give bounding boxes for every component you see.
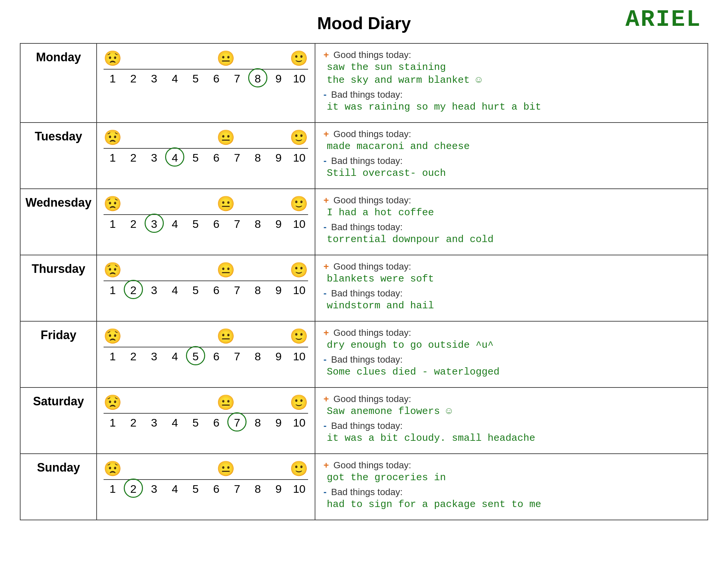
notes-cell: + Good things today:made macaroni and ch… xyxy=(315,122,708,189)
scale-number: 10 xyxy=(290,72,308,85)
good-text: blankets were soft xyxy=(327,272,700,286)
scale-number: 8 xyxy=(249,72,267,85)
score-circle xyxy=(165,147,184,166)
scale-numbers: 12345678910 xyxy=(104,214,308,230)
page-title: Mood Diary xyxy=(20,13,708,33)
neutral-face-icon: 😐 xyxy=(217,129,235,146)
score-circle xyxy=(145,213,164,233)
happy-face-icon: 🙂 xyxy=(290,460,308,477)
table-row: Sunday😟😐🙂12345678910+ Good things today:… xyxy=(20,454,708,520)
scale-number: 5 xyxy=(187,350,205,363)
good-section: + Good things today:made macaroni and ch… xyxy=(323,129,700,153)
scale-number: 4 xyxy=(166,350,184,363)
scale-number: 7 xyxy=(228,284,246,297)
bad-label: - Bad things today: xyxy=(323,288,700,299)
table-row: Monday😟😐🙂12345678910+ Good things today:… xyxy=(20,43,708,122)
day-label: Saturday xyxy=(20,388,97,454)
good-label: + Good things today: xyxy=(323,460,700,471)
good-text: I had a hot coffee xyxy=(327,206,700,219)
scale-number: 8 xyxy=(249,284,267,297)
scale-number: 9 xyxy=(270,217,288,230)
neutral-face-icon: 😐 xyxy=(217,394,235,411)
good-text: got the groceries in xyxy=(327,471,700,484)
scale-number: 1 xyxy=(104,217,121,230)
scale-number: 4 xyxy=(166,151,184,164)
scale-number: 2 xyxy=(124,151,142,164)
good-label: + Good things today: xyxy=(323,394,700,404)
good-section: + Good things today:Saw anemone flowers … xyxy=(323,394,700,418)
scale-number: 3 xyxy=(145,483,163,495)
scale-number: 8 xyxy=(249,151,267,164)
bad-label: - Bad things today: xyxy=(323,222,700,232)
scale-cell: 😟😐🙂12345678910 xyxy=(97,321,315,388)
happy-face-icon: 🙂 xyxy=(290,129,308,146)
scale-number: 8 xyxy=(249,483,267,495)
scale-number: 7 xyxy=(228,416,246,429)
good-section: + Good things today:dry enough to go out… xyxy=(323,328,700,352)
notes-cell: + Good things today:got the groceries in… xyxy=(315,454,708,520)
bad-section: - Bad things today:it was a bit cloudy. … xyxy=(323,421,700,445)
bad-text: it was raining so my head hurt a bit xyxy=(327,101,700,114)
score-circle xyxy=(124,479,143,498)
good-section: + Good things today:saw the sun staining… xyxy=(323,50,700,87)
scale-cell: 😟😐🙂12345678910 xyxy=(97,388,315,454)
scale-number: 1 xyxy=(104,350,121,363)
bad-text: windstorm and hail xyxy=(327,300,700,312)
bad-text: Some clues died - waterlogged xyxy=(327,366,700,379)
score-circle xyxy=(248,68,267,87)
scale-number: 10 xyxy=(290,151,308,164)
good-text: dry enough to go outside ^u^ xyxy=(327,339,700,352)
table-row: Wednesday😟😐🙂12345678910+ Good things tod… xyxy=(20,189,708,255)
happy-face-icon: 🙂 xyxy=(290,261,308,278)
table-row: Friday😟😐🙂12345678910+ Good things today:… xyxy=(20,321,708,388)
scale-number: 2 xyxy=(124,284,142,297)
scale-number: 4 xyxy=(166,72,184,85)
good-section: + Good things today:blankets were soft xyxy=(323,261,700,286)
ariel-label: ARIEL xyxy=(625,7,702,33)
scale-number: 10 xyxy=(290,350,308,363)
bad-text: Still overcast- ouch xyxy=(327,167,700,180)
neutral-face-icon: 😐 xyxy=(217,328,235,345)
bad-section: - Bad things today:windstorm and hail xyxy=(323,288,700,312)
happy-face-icon: 🙂 xyxy=(290,50,308,67)
good-label: + Good things today: xyxy=(323,50,700,60)
sad-face-icon: 😟 xyxy=(104,50,122,67)
neutral-face-icon: 😐 xyxy=(217,261,235,278)
scale-number: 1 xyxy=(104,483,121,495)
happy-face-icon: 🙂 xyxy=(290,195,308,212)
scale-number: 6 xyxy=(207,217,225,230)
scale-number: 4 xyxy=(166,483,184,495)
scale-number: 2 xyxy=(124,72,142,85)
good-label: + Good things today: xyxy=(323,129,700,139)
scale-number: 9 xyxy=(270,416,288,429)
scale-number: 4 xyxy=(166,416,184,429)
day-label: Monday xyxy=(20,43,97,122)
bad-label: - Bad things today: xyxy=(323,421,700,431)
notes-cell: + Good things today:Saw anemone flowers … xyxy=(315,388,708,454)
good-text: Saw anemone flowers ☺ xyxy=(327,405,700,418)
scale-number: 6 xyxy=(207,483,225,495)
table-row: Tuesday😟😐🙂12345678910+ Good things today… xyxy=(20,122,708,189)
score-circle xyxy=(227,412,247,432)
scale-numbers: 12345678910 xyxy=(104,347,308,363)
scale-number: 1 xyxy=(104,284,121,297)
sad-face-icon: 😟 xyxy=(104,129,122,146)
notes-cell: + Good things today:dry enough to go out… xyxy=(315,321,708,388)
scale-number: 7 xyxy=(228,72,246,85)
scale-number: 1 xyxy=(104,72,121,85)
day-label: Wednesday xyxy=(20,189,97,255)
neutral-face-icon: 😐 xyxy=(217,50,235,67)
scale-cell: 😟😐🙂12345678910 xyxy=(97,43,315,122)
scale-numbers: 12345678910 xyxy=(104,69,308,85)
scale-number: 6 xyxy=(207,350,225,363)
scale-number: 4 xyxy=(166,217,184,230)
scale-number: 9 xyxy=(270,483,288,495)
sad-face-icon: 😟 xyxy=(104,195,122,212)
good-label: + Good things today: xyxy=(323,328,700,338)
scale-number: 10 xyxy=(290,483,308,495)
bad-section: - Bad things today:it was raining so my … xyxy=(323,89,700,114)
day-label: Thursday xyxy=(20,255,97,321)
mood-table: Monday😟😐🙂12345678910+ Good things today:… xyxy=(20,43,708,520)
scale-number: 5 xyxy=(187,72,205,85)
scale-number: 4 xyxy=(166,284,184,297)
